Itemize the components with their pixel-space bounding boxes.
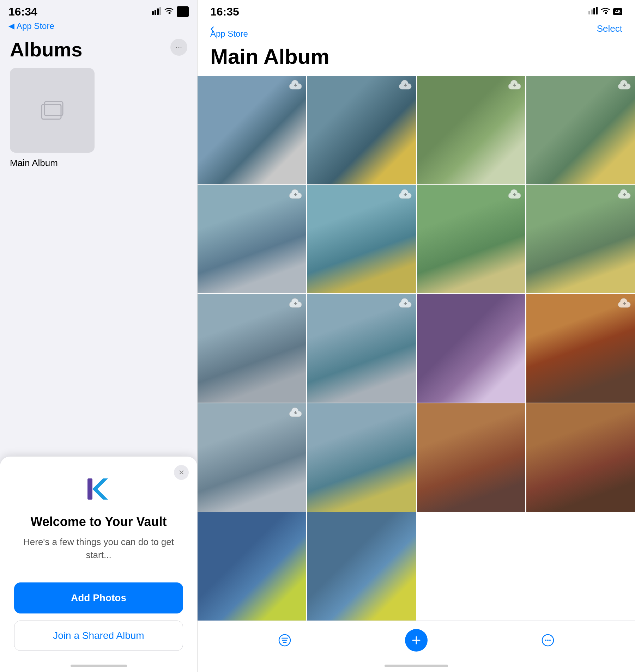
- svg-rect-9: [593, 8, 595, 14]
- wifi-icon: [164, 7, 174, 17]
- svg-rect-3: [159, 7, 161, 15]
- left-status-icons: 46: [152, 6, 189, 17]
- svg-rect-1: [155, 10, 156, 15]
- right-status-bar: 16:35 46: [198, 0, 635, 20]
- photo-cell[interactable]: [417, 76, 526, 184]
- welcome-subtitle: Here's a few things you can do to get st…: [14, 536, 183, 561]
- right-status-icons: 46: [588, 7, 622, 17]
- more-options-icon: [542, 634, 554, 647]
- svg-rect-2: [157, 8, 159, 15]
- add-icon: [410, 634, 423, 647]
- more-dots-icon: ···: [176, 43, 182, 52]
- svg-rect-8: [591, 10, 593, 14]
- photo-cell[interactable]: [198, 512, 306, 621]
- add-button[interactable]: [405, 629, 428, 652]
- cloud-badge: [398, 79, 412, 91]
- photo-cell[interactable]: [526, 76, 635, 184]
- photo-cell[interactable]: [417, 185, 526, 294]
- vault-logo: [85, 475, 113, 503]
- cloud-badge: [617, 189, 631, 200]
- left-screen: 16:34 46 ◀ App Store Albums Main Album ·…: [0, 0, 198, 672]
- more-button[interactable]: ···: [170, 39, 187, 56]
- left-time: 16:34: [8, 5, 37, 18]
- photo-cell[interactable]: [307, 185, 416, 294]
- photo-cell[interactable]: [198, 185, 306, 294]
- sheet-close-button[interactable]: ✕: [174, 465, 189, 480]
- photo-cell[interactable]: [526, 403, 635, 512]
- cloud-badge: [617, 298, 631, 309]
- filter-button[interactable]: [273, 629, 296, 652]
- left-status-bar: 16:34 46: [0, 0, 197, 20]
- svg-rect-10: [596, 7, 598, 14]
- add-photos-button[interactable]: Add Photos: [14, 582, 183, 613]
- photo-cell[interactable]: [198, 76, 306, 184]
- left-nav-bar: ◀ App Store: [0, 20, 197, 34]
- welcome-sheet: ✕ Welcome to Your Vault Here's a few thi…: [0, 457, 197, 672]
- left-page-title: Albums: [0, 34, 197, 68]
- svg-rect-7: [588, 11, 590, 14]
- photo-cell[interactable]: [417, 294, 526, 403]
- photo-cell[interactable]: [526, 185, 635, 294]
- right-back-label-row: App Store: [198, 29, 635, 40]
- cloud-badge: [508, 79, 522, 91]
- cloud-badge: [398, 298, 412, 309]
- right-page-title: Main Album: [198, 40, 635, 76]
- cloud-badge: [289, 189, 303, 200]
- right-screen: 16:35 46 ‹ Select App Store Main Album: [198, 0, 635, 672]
- photo-cell[interactable]: [307, 294, 416, 403]
- right-signal-icon: [588, 7, 598, 17]
- svg-point-54: [545, 640, 546, 641]
- svg-point-55: [547, 640, 549, 641]
- album-thumbnail[interactable]: [10, 68, 95, 153]
- cloud-badge: [289, 79, 303, 91]
- join-album-button[interactable]: Join a Shared Album: [14, 621, 183, 651]
- filter-icon: [278, 634, 291, 647]
- photo-grid: [198, 76, 635, 621]
- right-wifi-icon: [600, 7, 610, 17]
- battery-icon: 46: [177, 6, 189, 17]
- cloud-badge: [617, 79, 631, 91]
- close-icon: ✕: [179, 468, 185, 477]
- welcome-title: Welcome to Your Vault: [14, 514, 183, 529]
- right-battery-icon: 46: [613, 8, 622, 15]
- photo-cell[interactable]: [307, 76, 416, 184]
- svg-point-56: [549, 640, 551, 641]
- svg-rect-5: [44, 102, 63, 116]
- svg-rect-6: [87, 478, 92, 500]
- left-back-arrow[interactable]: ◀: [8, 22, 14, 31]
- signal-icon: [152, 7, 161, 17]
- left-home-indicator: [71, 665, 127, 667]
- bottom-toolbar: [198, 621, 635, 659]
- more-options-button[interactable]: [537, 629, 559, 652]
- cloud-badge: [398, 189, 412, 200]
- photo-cell[interactable]: [417, 403, 526, 512]
- svg-rect-0: [152, 11, 154, 15]
- right-home-indicator: [198, 659, 635, 672]
- photo-cell[interactable]: [307, 512, 416, 621]
- album-label: Main Album: [0, 153, 197, 173]
- cloud-badge: [508, 189, 522, 200]
- cloud-badge: [289, 298, 303, 309]
- right-back-label[interactable]: App Store: [210, 29, 248, 39]
- album-thumb-icon: [38, 98, 66, 123]
- left-back-label[interactable]: App Store: [17, 21, 54, 31]
- photo-cell[interactable]: [307, 403, 416, 512]
- right-time: 16:35: [210, 5, 239, 18]
- photo-cell[interactable]: [198, 403, 306, 512]
- cloud-badge: [289, 407, 303, 418]
- photo-cell[interactable]: [198, 294, 306, 403]
- photo-cell[interactable]: [526, 294, 635, 403]
